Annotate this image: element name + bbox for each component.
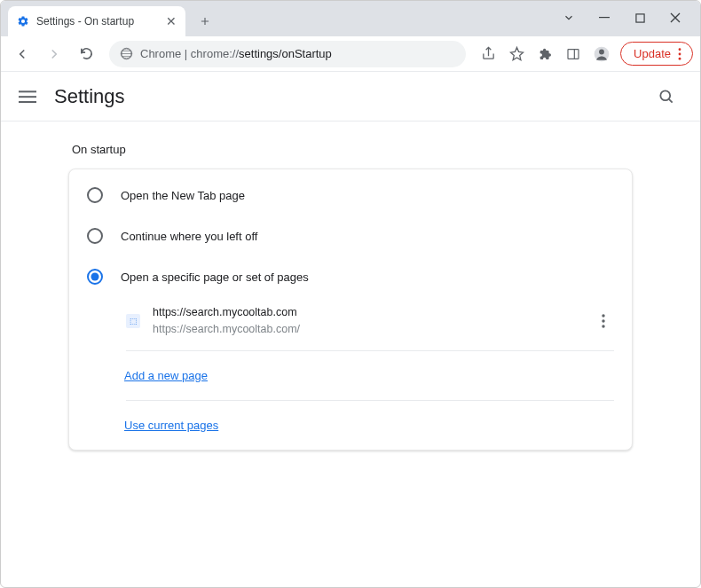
radio-icon bbox=[87, 228, 103, 244]
radio-label: Open a specific page or set of pages bbox=[121, 270, 309, 284]
page-title: Settings bbox=[54, 85, 125, 108]
add-page-row: Add a new page bbox=[69, 357, 632, 395]
use-current-link[interactable]: Use current pages bbox=[124, 419, 218, 432]
radio-icon bbox=[87, 269, 103, 285]
radio-label: Open the New Tab page bbox=[121, 189, 245, 202]
profile-icon[interactable] bbox=[588, 41, 615, 67]
page-entry-title: https://search.mycooltab.com bbox=[153, 304, 300, 321]
address-bar[interactable]: Chrome | chrome://settings/onStartup bbox=[109, 41, 466, 67]
window-controls bbox=[551, 4, 693, 31]
more-actions-button[interactable] bbox=[593, 309, 614, 333]
page-entry-url: https://search.mycooltab.com/ bbox=[153, 321, 300, 338]
more-icon bbox=[678, 48, 681, 60]
svg-point-6 bbox=[599, 49, 604, 54]
svg-point-7 bbox=[679, 48, 681, 51]
search-icon[interactable] bbox=[650, 81, 682, 113]
svg-rect-10 bbox=[19, 90, 36, 92]
svg-rect-0 bbox=[599, 17, 610, 18]
extensions-icon[interactable] bbox=[532, 41, 558, 67]
radio-continue[interactable]: Continue where you left off bbox=[69, 216, 632, 256]
divider bbox=[126, 350, 614, 351]
use-current-row: Use current pages bbox=[69, 406, 632, 444]
omnibox-text: Chrome | chrome://settings/onStartup bbox=[140, 47, 332, 60]
menu-icon[interactable] bbox=[19, 88, 36, 106]
chevron-down-icon[interactable] bbox=[551, 4, 587, 31]
update-label: Update bbox=[634, 47, 671, 60]
maximize-button[interactable] bbox=[622, 4, 658, 31]
svg-point-8 bbox=[679, 52, 681, 55]
radio-icon bbox=[87, 187, 103, 203]
toolbar-actions: Update bbox=[475, 41, 693, 67]
startup-page-entry: ⬚ https://search.mycooltab.com https://s… bbox=[69, 297, 632, 345]
browser-tab[interactable]: Settings - On startup ✕ bbox=[8, 6, 185, 36]
gear-icon bbox=[17, 15, 29, 27]
svg-point-9 bbox=[679, 57, 681, 59]
share-icon[interactable] bbox=[475, 41, 501, 67]
svg-line-14 bbox=[669, 98, 673, 102]
svg-point-17 bbox=[602, 325, 604, 327]
radio-label: Continue where you left off bbox=[121, 230, 257, 243]
tab-title: Settings - On startup bbox=[36, 15, 134, 27]
update-button[interactable]: Update bbox=[620, 42, 693, 66]
svg-rect-3 bbox=[568, 49, 579, 59]
radio-specific-pages[interactable]: Open a specific page or set of pages bbox=[69, 256, 632, 297]
settings-header: Settings bbox=[1, 72, 700, 122]
radio-open-new-tab[interactable]: Open the New Tab page bbox=[69, 175, 632, 216]
close-window-button[interactable] bbox=[658, 4, 693, 31]
sidepanel-icon[interactable] bbox=[560, 41, 587, 67]
svg-rect-1 bbox=[635, 13, 643, 21]
svg-point-13 bbox=[660, 90, 670, 100]
close-icon[interactable]: ✕ bbox=[166, 14, 177, 28]
svg-rect-12 bbox=[19, 101, 36, 103]
bookmark-icon[interactable] bbox=[503, 41, 530, 67]
reload-button[interactable] bbox=[72, 40, 100, 68]
browser-toolbar: Chrome | chrome://settings/onStartup Upd… bbox=[1, 36, 700, 72]
add-page-link[interactable]: Add a new page bbox=[124, 369, 208, 382]
page-entry-text: https://search.mycooltab.com https://sea… bbox=[153, 304, 300, 338]
window-titlebar: Settings - On startup ✕ bbox=[1, 1, 700, 36]
favicon-icon: ⬚ bbox=[126, 314, 140, 328]
svg-rect-11 bbox=[19, 96, 36, 98]
section-title: On startup bbox=[68, 143, 633, 156]
divider bbox=[126, 400, 614, 401]
settings-content: On startup Open the New Tab page Continu… bbox=[1, 122, 700, 472]
secure-icon bbox=[120, 47, 133, 60]
svg-point-16 bbox=[602, 319, 604, 322]
forward-button[interactable] bbox=[40, 40, 68, 68]
svg-point-15 bbox=[602, 314, 604, 317]
new-tab-button[interactable] bbox=[193, 9, 217, 34]
back-button[interactable] bbox=[8, 40, 36, 68]
startup-card: Open the New Tab page Continue where you… bbox=[68, 169, 633, 451]
minimize-button[interactable] bbox=[587, 4, 622, 31]
